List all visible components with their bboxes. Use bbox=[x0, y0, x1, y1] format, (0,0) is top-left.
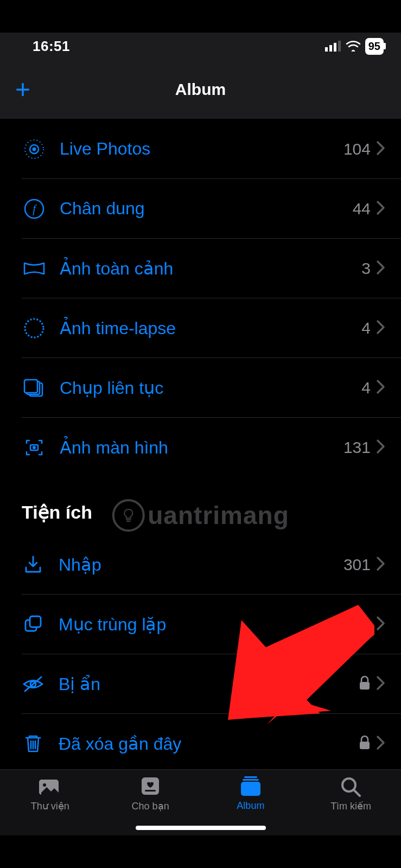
row-count: 301 bbox=[343, 556, 371, 574]
row-label: Mục trùng lặp bbox=[59, 614, 353, 635]
row-count: 86 bbox=[353, 615, 371, 634]
svg-rect-2 bbox=[334, 43, 336, 52]
chevron-right-icon bbox=[376, 735, 386, 752]
wifi-icon bbox=[346, 41, 361, 52]
tab-label: Tìm kiếm bbox=[330, 800, 371, 812]
battery-icon: 95 bbox=[365, 38, 384, 55]
row-label: Ảnh time-lapse bbox=[60, 318, 361, 339]
row-label: Bị ẩn bbox=[59, 674, 359, 694]
lock-icon bbox=[359, 675, 371, 693]
add-button[interactable]: + bbox=[15, 76, 30, 103]
search-icon bbox=[338, 775, 364, 797]
row-duplicates[interactable]: Mục trùng lặp 86 bbox=[22, 595, 401, 654]
status-right: 95 bbox=[325, 38, 384, 55]
live-photos-icon bbox=[22, 137, 60, 162]
svg-rect-39 bbox=[241, 782, 260, 796]
chevron-right-icon bbox=[376, 439, 386, 456]
page-title: Album bbox=[175, 80, 226, 99]
tab-label: Album bbox=[237, 800, 264, 812]
utilities-section: Nhập 301 Mục trùng lặp 86 Bị ẩn bbox=[0, 535, 401, 769]
content: Live Photos 104 f Chân dung 44 Ảnh toàn … bbox=[0, 119, 401, 769]
burst-icon bbox=[22, 375, 60, 400]
row-label: Live Photos bbox=[60, 139, 343, 159]
row-count: 4 bbox=[361, 379, 371, 397]
svg-line-18 bbox=[25, 677, 41, 691]
row-recently-deleted[interactable]: Đã xóa gần đây bbox=[22, 714, 401, 769]
tab-library[interactable]: Thư viện bbox=[0, 775, 100, 835]
svg-point-9 bbox=[25, 319, 43, 337]
timelapse-icon bbox=[22, 316, 60, 341]
row-label: Ảnh toàn cảnh bbox=[60, 258, 361, 279]
chevron-right-icon bbox=[376, 556, 386, 573]
row-count: 131 bbox=[343, 438, 371, 457]
row-timelapse[interactable]: Ảnh time-lapse 4 bbox=[22, 298, 401, 358]
svg-text:f: f bbox=[33, 203, 37, 215]
chevron-right-icon bbox=[376, 200, 386, 218]
svg-rect-36 bbox=[145, 790, 156, 792]
svg-rect-20 bbox=[360, 742, 370, 749]
row-live-photos[interactable]: Live Photos 104 bbox=[22, 119, 401, 179]
screenshot-icon bbox=[22, 435, 60, 460]
chevron-right-icon bbox=[376, 141, 386, 158]
row-label: Ảnh màn hình bbox=[60, 437, 343, 458]
tab-label: Thư viện bbox=[31, 800, 69, 812]
row-label: Đã xóa gần đây bbox=[59, 733, 359, 754]
nav-header: + Album bbox=[0, 60, 401, 119]
row-hidden[interactable]: Bị ẩn bbox=[22, 654, 401, 714]
row-burst[interactable]: Chụp liên tục 4 bbox=[22, 358, 401, 418]
svg-rect-37 bbox=[244, 776, 257, 778]
library-icon bbox=[37, 775, 63, 797]
panorama-icon bbox=[22, 256, 60, 281]
duplicates-icon bbox=[22, 613, 59, 636]
svg-rect-12 bbox=[24, 380, 37, 393]
battery-level: 95 bbox=[368, 40, 380, 53]
svg-rect-19 bbox=[360, 682, 370, 690]
row-label: Chụp liên tục bbox=[60, 378, 361, 398]
svg-rect-0 bbox=[325, 47, 328, 52]
row-portrait[interactable]: f Chân dung 44 bbox=[22, 179, 401, 239]
svg-point-14 bbox=[33, 446, 36, 449]
row-import[interactable]: Nhập 301 bbox=[22, 535, 401, 595]
status-time: 16:51 bbox=[33, 38, 70, 55]
chevron-right-icon bbox=[376, 260, 386, 277]
import-icon bbox=[22, 553, 59, 576]
row-count: 104 bbox=[343, 140, 371, 158]
chevron-right-icon bbox=[376, 675, 386, 693]
chevron-right-icon bbox=[376, 379, 386, 397]
tab-label: Cho bạn bbox=[132, 800, 169, 812]
svg-point-5 bbox=[33, 147, 36, 151]
row-panorama[interactable]: Ảnh toàn cảnh 3 bbox=[22, 239, 401, 298]
row-count: 44 bbox=[353, 200, 371, 218]
portrait-icon: f bbox=[22, 196, 60, 221]
row-screenshot[interactable]: Ảnh màn hình 131 bbox=[22, 418, 401, 477]
status-bar: 16:51 95 bbox=[0, 33, 401, 60]
media-types-section: Live Photos 104 f Chân dung 44 Ảnh toàn … bbox=[0, 119, 401, 477]
svg-rect-1 bbox=[329, 45, 332, 52]
row-label: Chân dung bbox=[60, 199, 353, 219]
svg-point-34 bbox=[43, 783, 46, 787]
row-count: 4 bbox=[361, 319, 371, 337]
for-you-icon bbox=[137, 775, 163, 797]
trash-icon bbox=[22, 732, 59, 755]
svg-point-40 bbox=[342, 778, 355, 792]
svg-rect-38 bbox=[243, 779, 259, 781]
utilities-header: Tiện ích bbox=[0, 477, 401, 535]
chevron-right-icon bbox=[376, 320, 386, 337]
hidden-icon bbox=[22, 673, 59, 695]
cellular-icon bbox=[325, 41, 341, 52]
svg-rect-16 bbox=[30, 616, 41, 627]
home-indicator[interactable] bbox=[136, 826, 266, 830]
albums-icon bbox=[238, 775, 264, 797]
row-label: Nhập bbox=[59, 554, 343, 575]
row-count: 3 bbox=[361, 259, 371, 278]
tab-search[interactable]: Tìm kiếm bbox=[301, 775, 401, 835]
svg-line-41 bbox=[354, 790, 360, 796]
svg-rect-3 bbox=[338, 41, 341, 52]
chevron-right-icon bbox=[376, 616, 386, 633]
lock-icon bbox=[359, 735, 371, 752]
